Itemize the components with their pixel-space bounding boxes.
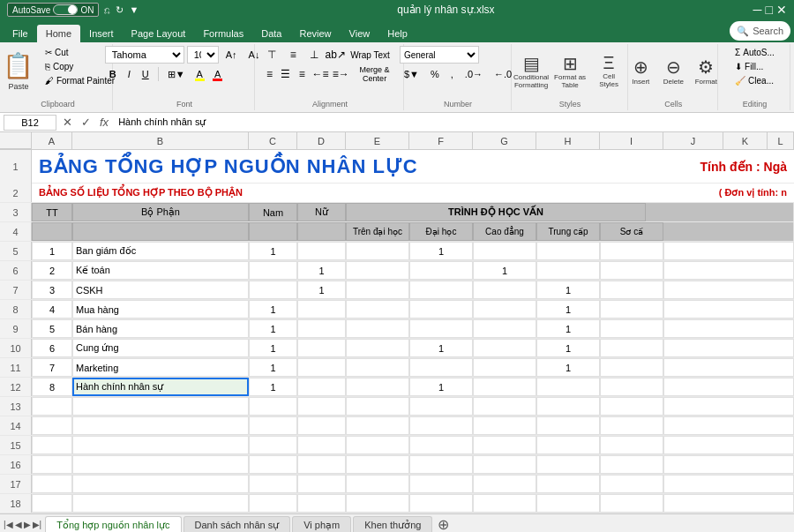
cell-5-cd[interactable] (473, 242, 536, 260)
cell-6-rest[interactable] (663, 261, 794, 280)
cell-8-sc[interactable] (600, 300, 663, 318)
cell-9-dh[interactable] (409, 319, 473, 338)
cell-8-tc[interactable]: 1 (536, 300, 600, 318)
tab-view[interactable]: View (341, 25, 379, 42)
cell-11-dh[interactable] (409, 358, 473, 377)
cell-11-tc[interactable]: 1 (536, 358, 600, 377)
tab-scroll-last[interactable]: ▶| (33, 520, 42, 529)
cell-6-dh[interactable] (409, 261, 473, 280)
cell-11-cd[interactable] (473, 358, 536, 377)
merge-center-btn[interactable]: Merge & Center (352, 65, 398, 83)
increase-decimal-btn[interactable]: .0→ (461, 65, 487, 83)
cell-10-rest[interactable] (663, 339, 794, 357)
cell-14-tt[interactable] (32, 416, 72, 435)
align-middle-btn[interactable]: ≡ (283, 46, 303, 64)
cell-14-bophan[interactable] (72, 416, 249, 435)
cell-styles-btn[interactable]: Ξ Cell Styles (591, 47, 626, 96)
cell-15-bophan[interactable] (72, 436, 249, 454)
col-header-f[interactable]: F (409, 132, 473, 149)
sheet-tab-1[interactable]: Danh sách nhân sự (184, 516, 291, 533)
cell-18-cd[interactable] (473, 494, 536, 513)
formula-confirm-btn[interactable]: ✓ (79, 116, 94, 129)
cell-5-trendh[interactable] (346, 242, 409, 260)
tab-scroll-first[interactable]: |◀ (4, 520, 13, 529)
cell-9-trendh[interactable] (346, 319, 409, 338)
cell-17-rest[interactable] (663, 475, 794, 493)
tab-home[interactable]: Home (37, 25, 80, 42)
cell-3-tt[interactable]: TT (32, 203, 72, 221)
cell-12-nu[interactable] (297, 378, 346, 396)
col-header-k[interactable]: K (723, 132, 768, 149)
cell-11-trendh[interactable] (346, 358, 409, 377)
fill-color-button[interactable]: A (192, 65, 207, 83)
cell-12-bophan[interactable]: Hành chính nhân sự (72, 378, 249, 396)
cell-10-cd[interactable] (473, 339, 536, 357)
cell-5-dh[interactable]: 1 (409, 242, 473, 260)
cell-17-trendh[interactable] (346, 475, 409, 493)
cell-14-dh[interactable] (409, 416, 473, 435)
cell-17-dh[interactable] (409, 475, 473, 493)
font-size-select[interactable]: 10 (187, 46, 219, 64)
cell-14-cd[interactable] (473, 416, 536, 435)
wrap-text-btn[interactable]: Wrap Text (347, 46, 393, 64)
cell-12-rest[interactable] (663, 378, 794, 396)
cell-6-tc[interactable] (536, 261, 600, 280)
cell-6-nam[interactable] (249, 261, 297, 280)
formula-input[interactable] (115, 117, 790, 128)
insert-function-btn[interactable]: fx (97, 116, 111, 129)
col-header-g[interactable]: G (473, 132, 536, 149)
cell-11-rest[interactable] (663, 358, 794, 377)
cell-3-bophan[interactable]: Bộ Phận (72, 203, 249, 221)
cell-15-nu[interactable] (297, 436, 346, 454)
cell-17-tc[interactable] (536, 475, 600, 493)
cell-12-nam[interactable]: 1 (249, 378, 297, 396)
cell-9-nam[interactable]: 1 (249, 319, 297, 338)
italic-button[interactable]: I (124, 65, 135, 83)
search-box[interactable]: 🔍 Search (730, 21, 790, 41)
cell-5-sc[interactable] (600, 242, 663, 260)
font-color-button[interactable]: A (210, 65, 225, 83)
cell-11-bophan[interactable]: Marketing (72, 358, 249, 377)
cell-17-nam[interactable] (249, 475, 297, 493)
cell-16-nu[interactable] (297, 455, 346, 474)
text-orientation-btn[interactable]: ab↗ (326, 46, 345, 64)
cell-8-nam[interactable]: 1 (249, 300, 297, 318)
cell-8-nu[interactable] (297, 300, 346, 318)
align-center-btn[interactable]: ☰ (279, 65, 293, 83)
cell-17-nu[interactable] (297, 475, 346, 493)
cell-16-bophan[interactable] (72, 455, 249, 474)
align-bottom-btn[interactable]: ⊥ (304, 46, 324, 64)
cell-5-tt[interactable]: 1 (32, 242, 72, 260)
cell-17-bophan[interactable] (72, 475, 249, 493)
cell-7-sc[interactable] (600, 281, 663, 299)
cell-13-rest[interactable] (663, 397, 794, 416)
cell-10-nam[interactable]: 1 (249, 339, 297, 357)
cell-16-cd[interactable] (473, 455, 536, 474)
sheet-tab-2[interactable]: Vi phạm (292, 516, 351, 533)
cell-6-nu[interactable]: 1 (297, 261, 346, 280)
cell-7-bophan[interactable]: CSKH (72, 281, 249, 299)
main-title-cell[interactable]: BẢNG TỔNG HỢP NGUỒN NHÂN LỰC (32, 150, 653, 183)
cell-10-sc[interactable] (600, 339, 663, 357)
cell-15-sc[interactable] (600, 436, 663, 454)
cell-6-sc[interactable] (600, 261, 663, 280)
tab-insert[interactable]: Insert (80, 25, 123, 42)
col-header-e[interactable]: E (346, 132, 409, 149)
cell-13-sc[interactable] (600, 397, 663, 416)
cell-16-rest[interactable] (663, 455, 794, 474)
cell-14-nam[interactable] (249, 416, 297, 435)
cell-5-tc[interactable] (536, 242, 600, 260)
cell-18-nam[interactable] (249, 494, 297, 513)
cell-10-trendh[interactable] (346, 339, 409, 357)
cell-5-rest[interactable] (663, 242, 794, 260)
cell-6-cd[interactable]: 1 (473, 261, 536, 280)
cell-6-tt[interactable]: 2 (32, 261, 72, 280)
cell-10-tt[interactable]: 6 (32, 339, 72, 357)
tab-scroll-next[interactable]: ▶ (24, 520, 31, 529)
cell-8-rest[interactable] (663, 300, 794, 318)
cell-5-nu[interactable] (297, 242, 346, 260)
cell-5-nam[interactable]: 1 (249, 242, 297, 260)
cell-8-bophan[interactable]: Mua hàng (72, 300, 249, 318)
clear-btn[interactable]: 🧹 Clea... (731, 74, 778, 87)
cell-18-tt[interactable] (32, 494, 72, 513)
